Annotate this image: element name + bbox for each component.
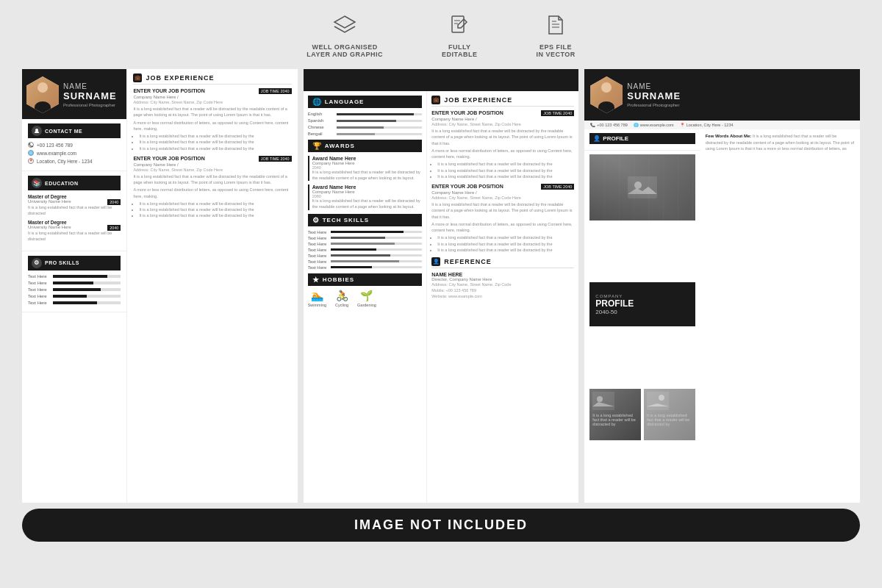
lang-bengali: Bengali bbox=[308, 132, 423, 136]
panel3-left: 👤 PROFILE bbox=[584, 129, 700, 503]
contact-section-1: CONTACT ME 📞 +00 123 456 789 🌐 www.examp… bbox=[22, 119, 126, 171]
feature-edit: FULLY EDITABLE bbox=[442, 15, 477, 58]
award-1: Award Name Here Company Name Here 2040 I… bbox=[308, 156, 423, 181]
job-entry-p2-2: ENTER YOUR JOB POSITION JOB TIME 2040 Co… bbox=[431, 184, 574, 253]
tech-skill-6: Text Here bbox=[308, 259, 423, 264]
hobby-cycling: 🚴 Cycling bbox=[335, 290, 348, 307]
awards-header: AWARDS bbox=[325, 143, 355, 149]
pro-skills-section-1: ⚙ PRO SKILLS Text Here Text Here Text He… bbox=[22, 251, 126, 312]
svg-point-8 bbox=[634, 182, 642, 189]
panels-container: NAME SURNAME Professional Photographer C… bbox=[0, 69, 882, 503]
hobbies-header: HOBBIES bbox=[323, 276, 354, 283]
job-exp-icon-2: 💼 bbox=[431, 96, 440, 104]
name-block-1: NAME SURNAME Professional Photographer bbox=[63, 82, 122, 107]
p3-web-icon: 🌐 bbox=[634, 123, 639, 127]
panel3-contact-row: 📞 +00 123 456 789 🌐 www.example.com 📍 Lo… bbox=[584, 121, 860, 129]
reference-entry: NAME HERE Director, Company Name Here Ad… bbox=[431, 272, 574, 298]
hobbies-section: ★ HOBBIES 🏊 Swimming 🚴 Cycling bbox=[308, 273, 423, 307]
p3-location-icon: 📍 bbox=[680, 123, 685, 127]
job-title-1: Professional Photographer bbox=[63, 103, 122, 107]
feature-edit-label: FULLY EDITABLE bbox=[442, 43, 477, 58]
svg-rect-9 bbox=[592, 392, 614, 410]
skill-item-3: Text Here bbox=[28, 287, 121, 292]
reference-icon: 👤 bbox=[431, 257, 440, 266]
contact-phone-1: 📞 +00 123 456 789 bbox=[28, 142, 121, 148]
lang-header: LANGUAGE bbox=[325, 98, 365, 105]
pro-skills-header-1: ⚙ PRO SKILLS bbox=[28, 256, 121, 270]
contact-header-label: CONTACT ME bbox=[45, 129, 82, 134]
job-exp-title-1: 💼 JOB EXPERIENCE bbox=[133, 74, 291, 85]
feature-eps: EPS FILE IN VECTOR bbox=[536, 15, 575, 58]
panel2-right: 💼 JOB EXPERIENCE ENTER YOUR JOB POSITION… bbox=[427, 91, 578, 503]
avatar-3 bbox=[590, 76, 623, 113]
panel2-left: 🌐 LANGUAGE English Spanish Chinese bbox=[304, 91, 428, 503]
big-image bbox=[589, 154, 695, 220]
awards-section: 🏆 AWARDS Award Name Here Company Name He… bbox=[308, 140, 423, 210]
panel3-header: NAME SURNAME Professional Photographer bbox=[584, 69, 860, 121]
company-profile-box: COMPANY PROFILE 2040-50 bbox=[589, 282, 695, 326]
tech-skill-4: Text Here bbox=[308, 248, 423, 252]
tech-skill-7: Text Here bbox=[308, 265, 423, 270]
award-2: Award Name Here Company Name Here 2080 I… bbox=[308, 184, 423, 209]
panel3-body: 👤 PROFILE bbox=[584, 129, 860, 503]
p3-phone: 📞 +00 123 456 789 bbox=[590, 123, 627, 127]
edit-icon bbox=[449, 15, 470, 39]
small-img-2: It is a long established fact that a rea… bbox=[644, 389, 695, 440]
avatar-1 bbox=[26, 76, 59, 113]
education-icon: 📚 bbox=[32, 178, 42, 188]
tech-skill-5: Text Here bbox=[308, 254, 423, 258]
profile-header-3: 👤 PROFILE bbox=[589, 133, 695, 144]
features-bar: WELL ORGANISED LAYER AND GRAPHIC FULLY E… bbox=[0, 0, 882, 69]
main-content-1: 💼 JOB EXPERIENCE ENTER YOUR JOB POSITION… bbox=[126, 69, 297, 503]
tech-skills-section: ⚙ TECH SKILLS Text Here Text Here Text H… bbox=[308, 214, 423, 270]
resume-panel-1: NAME SURNAME Professional Photographer C… bbox=[22, 69, 298, 503]
panel2-header bbox=[304, 69, 579, 91]
education-section-1: 📚 EDUCATION Master of Degree University … bbox=[22, 171, 126, 251]
location-icon: 📍 bbox=[28, 158, 34, 164]
skill-item-5: Text Here bbox=[28, 301, 121, 305]
profile-icon: 👤 bbox=[593, 135, 600, 142]
panel3-name-block: NAME SURNAME Professional Photographer bbox=[627, 82, 854, 107]
tech-skill-3: Text Here bbox=[308, 242, 423, 246]
job-exp-icon-1: 💼 bbox=[133, 74, 142, 82]
p3-location: 📍 Location, City Here - 1234 bbox=[680, 123, 734, 127]
lang-english: English bbox=[308, 112, 423, 116]
skill-item-2: Text Here bbox=[28, 281, 121, 285]
skill-item-4: Text Here bbox=[28, 294, 121, 298]
panel3-images-grid: COMPANY PROFILE 2040-50 It is a lo bbox=[584, 151, 700, 503]
feature-layers-label: WELL ORGANISED LAYER AND GRAPHIC bbox=[306, 43, 383, 58]
lang-spanish: Spanish bbox=[308, 118, 423, 123]
layers-icon bbox=[333, 15, 356, 39]
profile-few-words: Few Words About Me: It is a long establi… bbox=[706, 133, 855, 152]
hobby-swimming: 🏊 Swimming bbox=[308, 290, 326, 307]
feature-layers: WELL ORGANISED LAYER AND GRAPHIC bbox=[306, 15, 383, 58]
small-img-1: It is a long established fact that a rea… bbox=[589, 389, 641, 440]
panel3-right: Few Words About Me: It is a long establi… bbox=[700, 129, 860, 503]
resume-panel-2: 🌐 LANGUAGE English Spanish Chinese bbox=[304, 69, 579, 503]
hobbies-icons: 🏊 Swimming 🚴 Cycling 🌱 Gardening bbox=[308, 290, 423, 307]
eps-icon bbox=[545, 15, 566, 39]
degree-item-1: Master of Degree University Name Here 20… bbox=[28, 194, 121, 216]
panel2-content: 🌐 LANGUAGE English Spanish Chinese bbox=[304, 91, 579, 503]
last-name-1: SURNAME bbox=[63, 90, 122, 101]
resume-panel-3: NAME SURNAME Professional Photographer 📞… bbox=[584, 69, 860, 503]
tech-skill-2: Text Here bbox=[308, 236, 423, 240]
contact-web-1: 🌐 www.example.com bbox=[28, 150, 121, 156]
skills-icon: ⚙ bbox=[32, 258, 42, 268]
contact-location-1: 📍 Location, City Here - 1234 bbox=[28, 158, 121, 164]
p3-web: 🌐 www.example.com bbox=[634, 123, 674, 127]
svg-point-12 bbox=[659, 395, 664, 401]
reference-title: 👤 REFERENCE bbox=[431, 257, 574, 268]
feature-eps-label: EPS FILE IN VECTOR bbox=[536, 43, 575, 58]
first-name-1: NAME bbox=[63, 82, 122, 90]
tech-skills-header: TECH SKILLS bbox=[323, 217, 369, 223]
degree-item-2: Master of Degree University Name Here 20… bbox=[28, 220, 121, 242]
svg-point-10 bbox=[597, 396, 603, 402]
lang-chinese: Chinese bbox=[308, 125, 423, 129]
profile-section-3: 👤 PROFILE bbox=[584, 129, 700, 151]
education-header-1: 📚 EDUCATION bbox=[28, 176, 121, 190]
web-icon: 🌐 bbox=[28, 150, 34, 156]
sidebar-1: NAME SURNAME Professional Photographer C… bbox=[22, 69, 126, 503]
p3-phone-icon: 📞 bbox=[590, 123, 595, 127]
job-exp-title-2: 💼 JOB EXPERIENCE bbox=[431, 96, 574, 107]
